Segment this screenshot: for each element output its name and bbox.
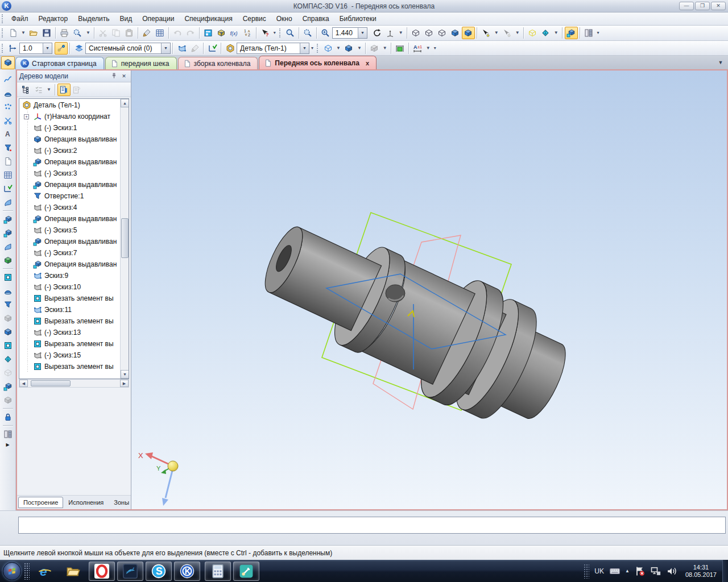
local-csys-button[interactable] [175, 42, 188, 55]
help-object-button[interactable] [215, 27, 228, 39]
points-tool-button[interactable] [1, 100, 15, 114]
undo-button[interactable] [171, 27, 184, 39]
tree-item-extrude1[interactable]: Операция выдавливан [19, 134, 120, 145]
pin-panel-button[interactable] [110, 72, 119, 81]
shaded-button[interactable] [449, 27, 462, 39]
taskbar-clock[interactable]: 14:31 08.05.2017 [680, 564, 722, 579]
menu-editor[interactable]: Редактор [34, 13, 73, 24]
revolve-operation-button[interactable] [1, 226, 15, 240]
orientation-button[interactable] [384, 27, 397, 39]
model-texture-button[interactable] [321, 42, 334, 55]
tree-item-cutout3[interactable]: Вырезать элемент вы [19, 338, 120, 350]
spec-sheet-tool-button[interactable] [1, 155, 15, 168]
tolerance-dropdown[interactable]: ▼ [424, 42, 432, 55]
print-button[interactable] [58, 27, 71, 39]
dimensions-3d-button[interactable] [526, 27, 539, 39]
language-indicator[interactable]: UK [592, 567, 607, 575]
kinematic-operation-button[interactable] [1, 240, 15, 253]
show-desktop-button[interactable] [722, 560, 728, 582]
menu-operations[interactable]: Операции [137, 13, 179, 24]
surface-tool-button[interactable] [1, 196, 15, 209]
document-value[interactable]: Деталь (Тел-1) [237, 44, 300, 52]
tree-item-sketch10[interactable]: (-) Эскиз:10 [19, 281, 120, 293]
scroll-down-button[interactable]: ▼ [121, 370, 129, 379]
tree-item-cutout2[interactable]: Вырезать элемент вы [19, 315, 120, 327]
tab-zones[interactable]: Зоны [109, 497, 134, 508]
rib-operation-button[interactable] [1, 325, 15, 339]
step-combo-dropdown[interactable]: ▼ [43, 43, 52, 53]
variables-window-button[interactable] [202, 27, 215, 39]
tree-filter-dropdown[interactable]: ▼ [45, 84, 53, 96]
tree-structure-button[interactable] [19, 84, 32, 96]
tree-item-extrude3[interactable]: Операция выдавливан [19, 179, 120, 190]
cut-button[interactable] [97, 27, 110, 39]
step-value[interactable]: 1.0 [20, 44, 43, 52]
tree-item-hole1[interactable]: Отверстие:1 [19, 190, 120, 202]
tray-expand-icon[interactable]: ▲ [625, 568, 630, 573]
copy-properties-button[interactable] [140, 27, 154, 39]
simplify-dropdown[interactable]: ▼ [493, 27, 500, 39]
network-icon[interactable] [650, 566, 661, 577]
tab-list-dropdown[interactable]: ▼ [715, 57, 726, 68]
simplify-display-button[interactable] [479, 27, 493, 39]
hidden-lines-button[interactable] [423, 27, 436, 39]
tree-vertical-scrollbar[interactable]: ▲ ▼ [120, 99, 129, 379]
layer-value[interactable]: Системный слой (0) [86, 44, 161, 52]
tree-item-extrude5[interactable]: Операция выдавливан [19, 236, 120, 247]
scroll-left-button[interactable]: ◀ [19, 380, 28, 387]
redo-button[interactable] [184, 27, 197, 39]
tab-front-axle-active[interactable]: Передняя ось коленвала x [259, 56, 377, 69]
zoom-area-button[interactable] [284, 27, 297, 39]
model-rows-button[interactable] [582, 27, 595, 39]
volume-icon[interactable] [666, 566, 677, 577]
hide-objects-dropdown[interactable]: ▼ [514, 27, 522, 39]
shaded-with-edges-button[interactable] [462, 27, 475, 39]
rebuild-button[interactable] [539, 27, 552, 39]
tree-item-sketch1[interactable]: (-) Эскиз:1 [19, 122, 120, 134]
boolean-operation-button[interactable] [1, 271, 15, 284]
check-document-tool-button[interactable] [1, 182, 15, 196]
trim-tool-button[interactable] [1, 114, 15, 127]
tab-close-icon[interactable]: x [366, 60, 369, 66]
section-display-button[interactable] [368, 42, 381, 55]
lock-tool-button[interactable] [1, 410, 15, 424]
tree-item-cutout1[interactable]: Вырезать элемент вы [19, 293, 120, 304]
document-combo-dropdown[interactable]: ▼ [300, 43, 309, 53]
current-part-button[interactable] [224, 42, 237, 55]
cursor-step-button[interactable] [6, 42, 19, 55]
extrude-operation-button[interactable] [1, 213, 15, 226]
tree-item-cutout4[interactable]: Вырезать элемент вы [19, 361, 120, 372]
solid-tool-button[interactable] [1, 86, 15, 100]
keyboard-layout-icon[interactable] [609, 566, 621, 577]
taskbar-opera[interactable] [89, 562, 115, 581]
copy-style-button[interactable] [188, 42, 201, 55]
menu-specification[interactable]: Спецификация [179, 13, 237, 24]
spreadsheet-button[interactable] [154, 27, 167, 39]
relations-button[interactable] [565, 27, 578, 39]
menu-help[interactable]: Справка [297, 13, 334, 24]
edit-part-mode-button[interactable] [1, 56, 15, 69]
tab-front-cheek[interactable]: передния шека [105, 57, 177, 69]
scroll-thumb[interactable] [121, 218, 129, 258]
hide-objects-button[interactable] [500, 27, 514, 39]
loft-operation-button[interactable] [1, 253, 15, 267]
hole-operation-button[interactable] [1, 298, 15, 311]
pattern-operation-button[interactable] [1, 380, 15, 393]
tree-composition-button[interactable] [57, 84, 71, 96]
zoom-in-button[interactable] [319, 27, 332, 39]
tree-item-sketch9[interactable]: Эскиз:9 [19, 270, 120, 281]
zoom-value[interactable]: 1.440 [333, 29, 358, 37]
solid-dropdown[interactable]: ▼ [355, 42, 363, 55]
tree-horizontal-scrollbar[interactable]: ◀ ▶ [19, 379, 129, 388]
spline-tool-button[interactable] [1, 73, 15, 86]
array-operation-button[interactable] [1, 393, 15, 407]
message-input[interactable] [19, 517, 725, 533]
copy-button[interactable] [110, 27, 123, 39]
new-document-button[interactable] [6, 27, 19, 39]
tree-item-sketch3[interactable]: (-) Эскиз:3 [19, 168, 120, 179]
tab-start-page[interactable]: K Стартовая страница [15, 57, 104, 69]
expand-plus-icon[interactable]: + [24, 114, 29, 119]
toolbar-overflow[interactable]: ▾ [432, 42, 438, 55]
scroll-right-button[interactable]: ▶ [120, 380, 129, 387]
start-button[interactable] [1, 560, 23, 582]
